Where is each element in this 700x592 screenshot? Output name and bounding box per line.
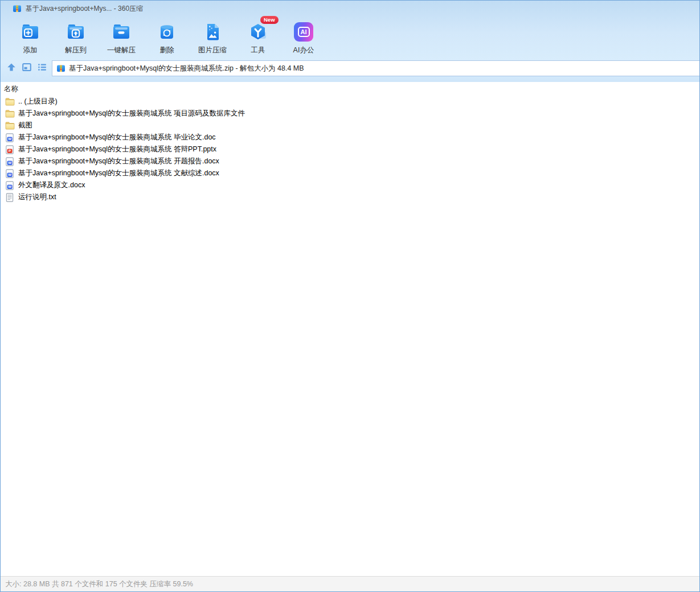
- zip-file-icon: [56, 64, 66, 73]
- file-row-word-doc[interactable]: W 基于Java+springboot+Mysql的女士服装商城系统 文献综述.…: [1, 167, 699, 179]
- new-badge: New: [260, 16, 279, 24]
- file-row-word-doc[interactable]: W 外文翻译及原文.docx: [1, 179, 699, 191]
- file-name: 基于Java+springboot+Mysql的女士服装商城系统 开题报告.do…: [18, 157, 219, 166]
- tools-cube-icon: [247, 21, 269, 43]
- extract-to-icon: [65, 21, 87, 43]
- file-row-folder[interactable]: 截图: [1, 120, 699, 131]
- text-file-icon: [5, 193, 15, 202]
- folder-icon: [5, 109, 15, 118]
- folder-icon: [5, 121, 15, 130]
- title-bar[interactable]: 基于Java+springboot+Mys... - 360压缩: [1, 1, 699, 17]
- word-document-icon: W: [5, 169, 15, 178]
- ppt-badge-letter: P: [9, 149, 11, 153]
- toolbar-label: 解压到: [65, 46, 87, 55]
- toolbar-label: 工具: [251, 46, 265, 55]
- toolbar-button-image-compress[interactable]: 图片压缩: [190, 18, 235, 55]
- toolbar-button-extract-to[interactable]: 解压到: [53, 18, 99, 55]
- file-name: 基于Java+springboot+Mysql的女士服装商城系统 项目源码及数据…: [18, 109, 245, 118]
- toolbar-button-add[interactable]: 添加: [7, 18, 53, 55]
- archive-app-icon: [13, 4, 22, 13]
- archive-path-text: 基于Java+springboot+Mysql的女士服装商城系统.zip - 解…: [69, 64, 304, 73]
- file-row-folder[interactable]: 基于Java+springboot+Mysql的女士服装商城系统 项目源码及数据…: [1, 108, 699, 120]
- toolbar-button-tools[interactable]: New 工具: [235, 18, 281, 55]
- ai-icon-text: AI: [298, 27, 310, 37]
- word-badge-letter: W: [8, 137, 11, 141]
- toolbar-label: 一键解压: [107, 46, 136, 55]
- file-name: 外文翻译及原文.docx: [18, 180, 85, 190]
- status-bar: 大小: 28.8 MB 共 871 个文件和 175 个文件夹 压缩率 59.5…: [1, 576, 699, 591]
- list-view-button[interactable]: [37, 62, 47, 72]
- file-name: 运行说明.txt: [18, 192, 56, 202]
- image-compress-icon: [202, 21, 223, 43]
- up-directory-button[interactable]: [6, 62, 17, 72]
- navigation-bar: [6, 62, 47, 72]
- file-row-parent-dir[interactable]: .. (上级目录): [1, 96, 699, 108]
- file-row-word-doc[interactable]: W 基于Java+springboot+Mysql的女士服装商城系统 开题报告.…: [1, 155, 699, 167]
- window-title: 基于Java+springboot+Mys... - 360压缩: [26, 4, 143, 14]
- word-document-icon: W: [5, 157, 15, 166]
- file-name: .. (上级目录): [18, 97, 58, 106]
- word-document-icon: W: [5, 181, 15, 190]
- delete-trash-icon: [156, 21, 178, 43]
- view-mode-button[interactable]: [22, 62, 32, 72]
- address-bar[interactable]: 基于Java+springboot+Mysql的女士服装商城系统.zip - 解…: [52, 60, 699, 76]
- one-click-extract-icon: [110, 21, 132, 43]
- toolbar-button-ai-office[interactable]: AI AI办公: [281, 18, 326, 55]
- word-document-icon: W: [5, 133, 15, 142]
- folder-icon: [5, 97, 15, 106]
- toolbar-label: 图片压缩: [198, 46, 227, 55]
- file-row-word-doc[interactable]: W 基于Java+springboot+Mysql的女士服装商城系统 毕业论文.…: [1, 131, 699, 143]
- powerpoint-document-icon: P: [5, 145, 15, 154]
- toolbar-label: 添加: [23, 46, 38, 55]
- file-name: 基于Java+springboot+Mysql的女士服装商城系统 文献综述.do…: [18, 168, 219, 178]
- file-name: 基于Java+springboot+Mysql的女士服装商城系统 答辩PPT.p…: [18, 145, 216, 154]
- toolbar-button-delete[interactable]: 删除: [144, 18, 190, 55]
- ai-office-icon: AI: [293, 21, 314, 43]
- window-chrome: 基于Java+springboot+Mys... - 360压缩 添加: [1, 1, 699, 82]
- toolbar-label: AI办公: [293, 46, 314, 55]
- file-row-ppt[interactable]: P 基于Java+springboot+Mysql的女士服装商城系统 答辩PPT…: [1, 143, 699, 155]
- toolbar-button-one-click-extract[interactable]: 一键解压: [99, 18, 144, 55]
- file-row-txt[interactable]: 运行说明.txt: [1, 191, 699, 203]
- file-list-panel: 名称 .. (上级目录) 基于Java+springboot+Mysql的女士服…: [1, 82, 699, 576]
- add-archive-icon: [19, 21, 41, 43]
- word-badge-letter: W: [8, 161, 11, 165]
- file-name: 截图: [18, 121, 32, 130]
- status-text: 大小: 28.8 MB 共 871 个文件和 175 个文件夹 压缩率 59.5…: [5, 579, 193, 589]
- name-column-header[interactable]: 名称: [1, 82, 699, 96]
- app-window: 基于Java+springboot+Mys... - 360压缩 添加: [0, 0, 700, 592]
- word-badge-letter: W: [8, 172, 11, 176]
- toolbar-label: 删除: [160, 46, 174, 55]
- word-badge-letter: W: [8, 184, 11, 188]
- file-name: 基于Java+springboot+Mysql的女士服装商城系统 毕业论文.do…: [18, 133, 216, 142]
- toolbar: 添加 解压到: [7, 18, 326, 57]
